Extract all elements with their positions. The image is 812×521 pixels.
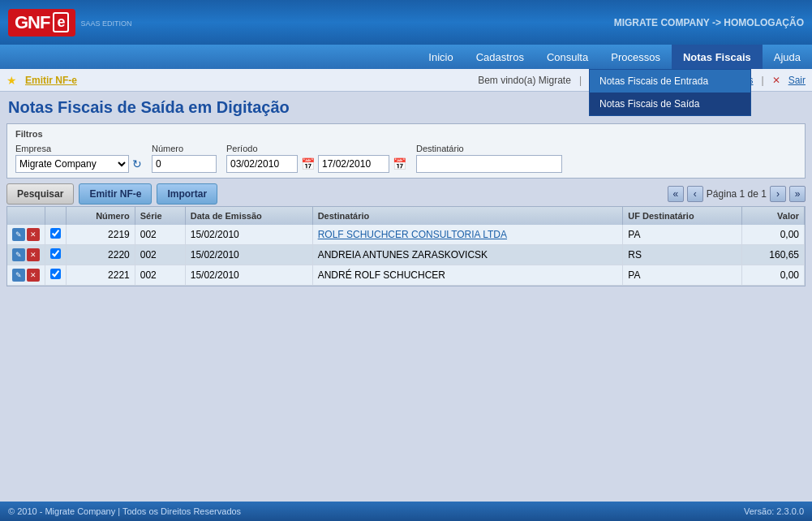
empresa-select[interactable]: Migrate Company: [15, 155, 129, 173]
nav-consulta[interactable]: Consulta: [535, 45, 599, 69]
filters-row: Empresa Migrate Company ↻ Número Período…: [15, 144, 797, 173]
row-serie: 002: [135, 245, 185, 265]
table-row: ✎ ✕ 2220 002 15/02/2010 ANDREIA ANTUNES …: [7, 245, 805, 265]
row-checkbox[interactable]: [45, 265, 67, 286]
sep1: |: [579, 75, 582, 86]
calendar-end-icon[interactable]: 📅: [393, 157, 406, 170]
delete-icon[interactable]: ✕: [27, 269, 40, 282]
edit-icon[interactable]: ✎: [12, 228, 25, 241]
row-uf: RS: [623, 245, 741, 265]
row-icons-1: ✎ ✕: [7, 245, 45, 265]
dropdown-saida[interactable]: Notas Fiscais de Saída: [590, 93, 750, 115]
page-info: Página 1 de 1: [707, 188, 767, 200]
row-destinatario: ANDREIA ANTUNES ZARASKOVICSK: [312, 245, 623, 265]
row-uf: PA: [623, 265, 741, 286]
row-serie: 002: [135, 225, 185, 245]
logo-box: GNF e: [8, 9, 75, 37]
saas-label: SAAS EDITION: [80, 19, 131, 28]
numero-group: Número: [152, 144, 217, 173]
filters-title: Filtros: [15, 129, 797, 139]
row-icons-1: ✎ ✕: [7, 265, 45, 286]
delete-icon[interactable]: ✕: [27, 228, 40, 241]
row-uf: PA: [623, 225, 741, 245]
periodo-start-input[interactable]: [226, 155, 298, 173]
empresa-group: Empresa Migrate Company ↻: [15, 144, 142, 173]
periodo-label: Período: [226, 144, 406, 153]
emitir-link[interactable]: Emitir NF-e: [25, 75, 77, 86]
row-icons-1: ✎ ✕: [7, 225, 45, 245]
row-checkbox[interactable]: [45, 245, 67, 265]
nav-ajuda[interactable]: Ajuda: [763, 45, 812, 69]
row-serie: 002: [135, 265, 185, 286]
next-page-button[interactable]: ›: [770, 186, 786, 202]
footer-right: Versão: 2.3.0.0: [744, 506, 804, 516]
company-info: MIGRATE COMPANY -> HOMOLOGAÇÃO: [614, 17, 804, 28]
row-numero: 2219: [67, 225, 135, 245]
row-data: 15/02/2010: [185, 245, 312, 265]
col-numero: Número: [67, 207, 135, 225]
table-row: ✎ ✕ 2221 002 15/02/2010 ANDRÉ ROLF SCHUC…: [7, 265, 805, 286]
first-page-button[interactable]: «: [668, 186, 684, 202]
col-uf: UF Destinatário: [623, 207, 741, 225]
row-valor: 160,65: [741, 245, 804, 265]
row-valor: 0,00: [741, 225, 804, 245]
logo-e: e: [53, 12, 69, 32]
nav-inicio[interactable]: Inicio: [417, 45, 464, 69]
row-destinatario: ANDRÉ ROLF SCHUCHCER: [312, 265, 623, 286]
edit-icon[interactable]: ✎: [12, 269, 25, 282]
footer: © 2010 - Migrate Company | Todos os Dire…: [0, 502, 812, 521]
destinatario-input[interactable]: [416, 155, 562, 173]
sep3: |: [762, 75, 764, 86]
edit-icon[interactable]: ✎: [12, 248, 25, 261]
empresa-label: Empresa: [15, 144, 142, 153]
periodo-end-input[interactable]: [318, 155, 389, 173]
emitir-nfe-button[interactable]: Emitir NF-e: [79, 183, 152, 205]
importar-button[interactable]: Importar: [157, 183, 217, 205]
refresh-icon[interactable]: ↻: [132, 157, 142, 170]
numero-input[interactable]: [152, 155, 217, 173]
pesquisar-button[interactable]: Pesquisar: [6, 183, 74, 205]
dropdown-entrada[interactable]: Notas Fiscais de Entrada: [590, 70, 750, 93]
row-data: 15/02/2010: [185, 225, 312, 245]
numero-label: Número: [152, 144, 217, 153]
sair-link[interactable]: Sair: [788, 75, 806, 86]
header: GNF e SAAS EDITION MIGRATE COMPANY -> HO…: [0, 0, 812, 45]
dropdown-menu: Notas Fiscais de Entrada Notas Fiscais d…: [589, 69, 751, 116]
row-valor: 0,00: [741, 265, 804, 286]
filters-section: Filtros Empresa Migrate Company ↻ Número…: [6, 123, 806, 179]
nav-notas-fiscais[interactable]: Notas Fiscais: [672, 45, 763, 69]
navbar: Inicio Cadastros Consulta Processos Nota…: [0, 45, 812, 69]
row-data: 15/02/2010: [185, 265, 312, 286]
row-numero: 2221: [67, 265, 135, 286]
periodo-group: Período 📅 📅: [226, 144, 406, 173]
logo-text: GNF: [15, 12, 49, 33]
logo-area: GNF e SAAS EDITION: [8, 9, 131, 37]
col-actions1: [7, 207, 45, 225]
table-header: Número Série Data de Emissão Destinatári…: [7, 207, 805, 225]
row-checkbox[interactable]: [45, 225, 67, 245]
col-actions2: [45, 207, 67, 225]
sair-icon: ✕: [772, 75, 780, 86]
prev-page-button[interactable]: ‹: [687, 186, 703, 202]
col-data: Data de Emissão: [185, 207, 312, 225]
col-valor: Valor: [741, 207, 804, 225]
col-serie: Série: [135, 207, 185, 225]
nav-cadastros[interactable]: Cadastros: [465, 45, 535, 69]
pagination: « ‹ Página 1 de 1 › »: [668, 186, 806, 202]
action-row: Pesquisar Emitir NF-e Importar « ‹ Págin…: [0, 182, 812, 206]
welcome-text: Bem vindo(a) Migrate: [478, 75, 571, 86]
col-destinatario: Destinatário: [312, 207, 623, 225]
row-destinatario[interactable]: ROLF SCHUCHCER CONSULTORIA LTDA: [312, 225, 623, 245]
last-page-button[interactable]: »: [789, 186, 806, 202]
row-numero: 2220: [67, 245, 135, 265]
calendar-start-icon[interactable]: 📅: [301, 157, 315, 170]
table-wrapper: Número Série Data de Emissão Destinatári…: [6, 206, 806, 286]
action-buttons: Pesquisar Emitir NF-e Importar: [6, 183, 217, 205]
delete-icon[interactable]: ✕: [27, 248, 40, 261]
data-table: Número Série Data de Emissão Destinatári…: [7, 207, 805, 286]
table-row: ✎ ✕ 2219 002 15/02/2010 ROLF SCHUCHCER C…: [7, 225, 805, 245]
nav-processos[interactable]: Processos: [599, 45, 672, 69]
destinatario-label: Destinatário: [416, 144, 562, 153]
table-body: ✎ ✕ 2219 002 15/02/2010 ROLF SCHUCHCER C…: [7, 225, 805, 286]
footer-left: © 2010 - Migrate Company | Todos os Dire…: [8, 506, 241, 516]
